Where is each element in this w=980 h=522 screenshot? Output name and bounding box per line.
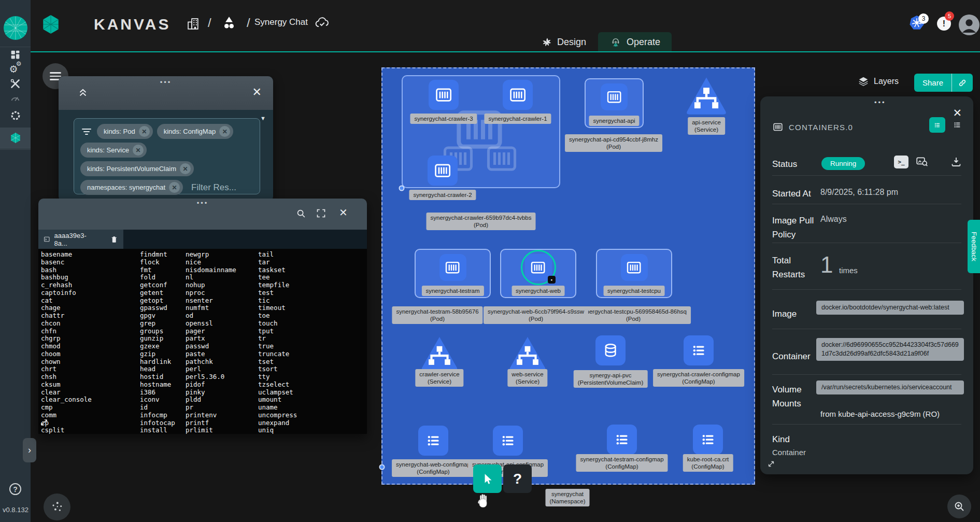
- relationships-button[interactable]: [44, 493, 70, 520]
- node-label[interactable]: synergy-api-pvc(PersistentVolumeClaim): [574, 370, 648, 388]
- terminal-column: tail tar taskset tee tempfile test tic t…: [258, 251, 297, 434]
- pointer-tool-button[interactable]: [473, 464, 502, 493]
- volume-value[interactable]: /var/run/secrets/kubernetes.io/serviceac…: [816, 380, 964, 394]
- node-label[interactable]: crawler-service(Service): [415, 369, 463, 387]
- copy-link-icon[interactable]: [952, 78, 973, 88]
- k8s-resource-icon[interactable]: [428, 156, 458, 186]
- filter-chip[interactable]: kinds: PersistentVolumeClaim✕: [80, 161, 194, 176]
- node-label[interactable]: synergychat-web: [512, 286, 565, 296]
- chip-remove-icon[interactable]: ✕: [219, 126, 230, 137]
- k8s-resource-icon[interactable]: [493, 426, 523, 456]
- filter-chip[interactable]: namespaces: synergychat✕: [80, 180, 183, 195]
- snapshot-button[interactable]: [915, 155, 929, 168]
- terminal-header[interactable]: ••• ✕: [38, 199, 367, 230]
- node-label[interactable]: kube-root-ca.crt(ConfigMap): [683, 454, 733, 472]
- kanvas-logo-icon[interactable]: [40, 15, 61, 34]
- k8s-resource-icon[interactable]: [621, 254, 648, 281]
- node-label[interactable]: synergychat-api: [589, 116, 639, 126]
- k8s-resource-icon[interactable]: [607, 425, 637, 455]
- chip-remove-icon[interactable]: ✕: [169, 182, 180, 193]
- organization-icon[interactable]: [186, 17, 201, 31]
- zoom-button[interactable]: [947, 495, 971, 518]
- k8s-resource-icon[interactable]: [595, 335, 626, 365]
- node-label[interactable]: synergychat-crawler-659b97dc4-tvbbs(Pod): [427, 213, 536, 230]
- node-label[interactable]: synergychat-crawler-3: [410, 114, 477, 124]
- image-value[interactable]: docker.io/bootdotdev/synergychat-web:lat…: [816, 301, 964, 315]
- help-icon[interactable]: ?: [9, 483, 21, 495]
- chip-remove-icon[interactable]: ✕: [180, 163, 191, 174]
- help-tool-button[interactable]: ?: [503, 464, 532, 493]
- feedback-tab[interactable]: Feedback: [968, 220, 980, 273]
- filter-chip[interactable]: kinds: Pod✕: [97, 124, 153, 139]
- details-list-view-button[interactable]: [950, 118, 964, 132]
- node-label[interactable]: synergychat-crawler-2: [409, 190, 476, 200]
- filter-placeholder[interactable]: Filter Res...: [191, 182, 236, 193]
- breadcrumb-project-name[interactable]: Synergy Chat: [254, 17, 308, 27]
- provider-logo[interactable]: [3, 16, 28, 40]
- selection-resize-handle[interactable]: [379, 464, 385, 470]
- filter-dropdown-caret[interactable]: ▼: [260, 115, 266, 121]
- node-label[interactable]: synergychat-testram-configmap(ConfigMap): [576, 454, 667, 472]
- close-icon[interactable]: ✕: [252, 86, 262, 99]
- node-label[interactable]: synergychat-testcpu-569958465d-86hsq(Pod…: [576, 306, 691, 324]
- terminal-output[interactable]: basename basenc bash bashbug c_rehash ca…: [38, 249, 367, 434]
- k8s-resource-icon[interactable]: [601, 83, 628, 110]
- details-close-icon[interactable]: ✕: [953, 107, 962, 119]
- node-label[interactable]: web-service(Service): [507, 369, 547, 387]
- node-label[interactable]: synergychat-testram-58b95676(Pod): [392, 306, 482, 324]
- k8s-resource-icon[interactable]: [429, 80, 459, 110]
- node-label[interactable]: synergychat-api-cd954ccbf-j8mhz(Pod): [565, 134, 662, 152]
- service-icon[interactable]: [685, 75, 728, 120]
- node-label[interactable]: synergychat(Namespace): [545, 489, 589, 506]
- node-label-line: synergychat-web-6ccb79f964-s9ssw: [488, 308, 584, 315]
- filter-chip[interactable]: kinds: ConfigMap✕: [157, 124, 233, 139]
- k8s-resource-icon[interactable]: [418, 426, 448, 456]
- k8s-resource-icon[interactable]: [684, 335, 714, 365]
- k8s-resource-icon[interactable]: [503, 80, 533, 110]
- open-terminal-button[interactable]: >_: [894, 156, 908, 168]
- k8s-resource-icon[interactable]: [439, 254, 466, 281]
- drag-handle-icon[interactable]: •••: [160, 78, 172, 86]
- node-label[interactable]: api-service(Service): [688, 117, 725, 135]
- terminal-search-icon[interactable]: [295, 208, 307, 219]
- group-resize-handle[interactable]: [399, 186, 405, 191]
- chip-remove-icon[interactable]: ✕: [139, 126, 150, 137]
- drawer-expand-toggle[interactable]: ›: [23, 438, 36, 462]
- collapse-icon[interactable]: [77, 87, 89, 98]
- node-label[interactable]: synergychat-testram: [421, 286, 484, 296]
- tab-design[interactable]: Design: [530, 32, 598, 52]
- node-label[interactable]: synergychat-testcpu: [603, 286, 665, 296]
- sidebar-item-dashboard[interactable]: [0, 49, 31, 60]
- details-drag-handle-icon[interactable]: •••: [874, 98, 886, 106]
- filter-panel-header[interactable]: ••• ✕: [59, 76, 273, 110]
- terminal-fullscreen-icon[interactable]: [316, 208, 326, 219]
- sidebar-item-lifecycle[interactable]: ⚙⚙: [0, 63, 31, 75]
- node-label[interactable]: synergychat-crawler-configmap(ConfigMap): [653, 369, 744, 387]
- k8s-resource-icon[interactable]: [693, 425, 723, 455]
- details-view-toggle-button[interactable]: [929, 117, 945, 133]
- chip-remove-icon[interactable]: ✕: [133, 145, 144, 156]
- node-label[interactable]: synergychat-web-6ccb79f964-s9ssw(Pod): [484, 306, 588, 324]
- sidebar-item-performance[interactable]: [0, 93, 31, 104]
- terminal-drag-handle-icon[interactable]: •••: [197, 199, 209, 207]
- sidebar-item-configuration[interactable]: [0, 78, 31, 89]
- container-value[interactable]: docker://6d96990655cc952b4423304f3c57d66…: [816, 338, 964, 361]
- workspace-icon[interactable]: [221, 15, 237, 31]
- node-label[interactable]: synergychat-web-configmap(ConfigMap): [392, 459, 475, 477]
- filter-input-box[interactable]: kinds: Pod✕kinds: ConfigMap✕kinds: Servi…: [74, 118, 260, 194]
- sidebar-item-extensions[interactable]: [0, 110, 31, 121]
- details-expand-icon[interactable]: [766, 459, 776, 469]
- terminal-close-icon[interactable]: ✕: [339, 206, 348, 219]
- layers-button[interactable]: Layers: [858, 76, 899, 87]
- node-label[interactable]: synergychat-crawler-1: [484, 114, 551, 124]
- kanvas-wordmark[interactable]: KANVAS: [94, 16, 171, 33]
- filter-chip[interactable]: kinds: Service✕: [80, 143, 147, 158]
- share-button[interactable]: Share: [914, 74, 973, 92]
- terminal-tab-delete-icon[interactable]: [110, 235, 119, 244]
- tab-operate[interactable]: Operate: [598, 32, 672, 52]
- avatar[interactable]: [959, 15, 979, 35]
- download-button[interactable]: [950, 156, 962, 168]
- sidebar-item-kanvas[interactable]: [0, 132, 31, 144]
- terminal-tab[interactable]: aaaa39e3-8a...: [38, 230, 123, 249]
- divider: [772, 374, 961, 375]
